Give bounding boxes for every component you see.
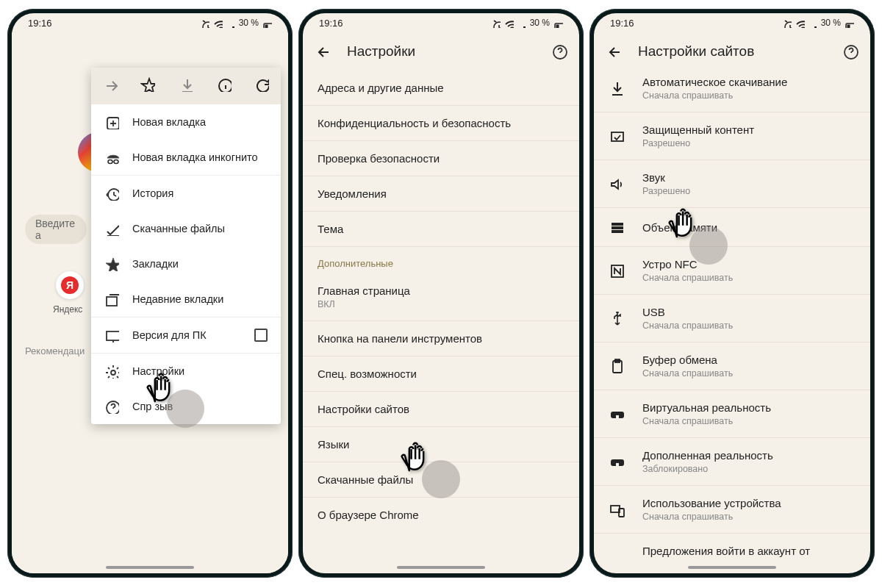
help-button[interactable] xyxy=(551,43,567,60)
signal-icon xyxy=(517,18,527,28)
refresh-button[interactable] xyxy=(252,77,271,95)
storage-icon xyxy=(609,219,625,235)
status-bar: 19:16 30 % xyxy=(303,13,579,32)
download-button[interactable] xyxy=(176,77,196,95)
list-item-title: Автоматическое скачивание xyxy=(642,76,856,88)
list-item-title: Использование устройства xyxy=(642,497,856,509)
clipboard-icon xyxy=(609,358,625,374)
cursor-hand-icon xyxy=(400,441,431,476)
usb-icon xyxy=(609,310,625,326)
list-item-title: Дополненная реальность xyxy=(642,449,856,462)
site-settings-item[interactable]: USBСначала спрашивать xyxy=(594,295,870,343)
nav-pill[interactable] xyxy=(688,566,776,569)
settings-item-languages[interactable]: Языки xyxy=(303,427,579,462)
battery-icon xyxy=(553,18,563,28)
clock: 19:16 xyxy=(610,18,634,29)
status-bar: 19:16 30 % xyxy=(594,13,870,32)
settings-item-notifications[interactable]: Уведомления xyxy=(303,176,579,212)
list-item-title: Устро NFC xyxy=(642,258,856,270)
menu-bookmarks[interactable]: Закладки xyxy=(91,246,281,282)
battery-pct: 30 % xyxy=(239,18,259,28)
site-settings-item[interactable]: Предложения войти в аккаунт от xyxy=(594,534,870,568)
help-button[interactable] xyxy=(842,43,858,60)
site-settings-item[interactable]: Объем памяти xyxy=(594,208,870,247)
desktop-site-checkbox[interactable] xyxy=(254,329,268,342)
list-item-subtitle: Сначала спрашивать xyxy=(642,416,856,426)
site-settings-item[interactable]: Автоматическое скачиваниеСначала спрашив… xyxy=(594,65,870,112)
list-item-title: Виртуальная реальность xyxy=(642,401,856,414)
settings-item-site-settings[interactable]: Настройки сайтов xyxy=(303,392,579,427)
site-settings-item[interactable]: Виртуальная реальностьСначала спрашивать xyxy=(594,390,870,438)
settings-item-accessibility[interactable]: Спец. возможности xyxy=(303,356,579,392)
settings-item-addresses[interactable]: Адреса и другие данные xyxy=(303,71,579,106)
phone-2: 19:16 30 % Настройки Адреса и другие дан… xyxy=(298,9,584,578)
list-item-title: USB xyxy=(642,306,856,318)
list-item-title: Защищенный контент xyxy=(642,123,856,136)
yandex-shortcut[interactable]: Я xyxy=(56,271,85,301)
cursor-hand-icon xyxy=(667,207,698,243)
battery-icon xyxy=(262,18,272,28)
cursor-hand-icon xyxy=(146,372,176,407)
alarm-icon xyxy=(781,18,792,28)
nav-pill[interactable] xyxy=(106,566,194,569)
menu-incognito[interactable]: Новая вкладка инкогнито xyxy=(91,140,281,175)
phone-1: 19:16 30 % Введите а Я Яндекс Рекомендац… xyxy=(7,9,293,578)
nav-pill[interactable] xyxy=(397,566,485,569)
clock: 19:16 xyxy=(319,18,343,29)
clock: 19:16 xyxy=(28,18,52,29)
overflow-menu: Новая вкладка Новая вкладка инкогнито Ис… xyxy=(91,68,281,424)
site-settings-item[interactable]: Буфер обменаСначала спрашивать xyxy=(594,343,870,390)
list-item-subtitle: Сначала спрашивать xyxy=(642,512,856,522)
vr-icon xyxy=(609,406,625,422)
site-settings-item[interactable]: Защищенный контентРазрешено xyxy=(594,112,870,160)
settings-item-toolbar-button[interactable]: Кнопка на панели инструментов xyxy=(303,321,579,356)
site-settings-item[interactable]: Устро NFCСначала спрашивать xyxy=(594,247,870,295)
recommendations-label: Рекомендаци xyxy=(25,345,85,356)
protected-icon xyxy=(609,128,625,144)
yandex-label: Яндекс xyxy=(53,304,82,315)
nfc-icon xyxy=(609,262,625,279)
search-input[interactable]: Введите а xyxy=(25,215,87,244)
list-item-subtitle: Сначала спрашивать xyxy=(642,368,856,379)
signal-icon xyxy=(808,18,818,28)
back-button[interactable] xyxy=(606,43,622,60)
battery-pct: 30 % xyxy=(530,18,550,28)
menu-downloads[interactable]: Скачанные файлы xyxy=(91,211,281,246)
site-settings-item[interactable]: ЗвукРазрешено xyxy=(594,160,870,208)
menu-settings[interactable]: Настройки xyxy=(91,353,281,389)
page-title: Настройки сайтов xyxy=(638,43,826,60)
section-advanced: Дополнительные xyxy=(303,247,579,273)
list-item-subtitle: Сначала спрашивать xyxy=(642,90,856,101)
settings-item-homepage[interactable]: Главная страницаВКЛ xyxy=(303,273,579,321)
list-item-title: Звук xyxy=(642,171,856,184)
back-button[interactable] xyxy=(315,43,331,60)
battery-icon xyxy=(844,18,854,28)
menu-new-tab[interactable]: Новая вкладка xyxy=(91,104,281,140)
settings-item-about[interactable]: О браузере Chrome xyxy=(303,498,579,532)
page-title: Настройки xyxy=(347,43,535,60)
signal-icon xyxy=(226,18,236,28)
info-button[interactable] xyxy=(215,77,234,95)
settings-item-safety[interactable]: Проверка безопасности xyxy=(303,141,579,176)
menu-recent-tabs[interactable]: Недавние вкладки xyxy=(91,282,281,317)
list-item-subtitle: Сначала спрашивать xyxy=(642,320,856,331)
phone-3: 19:16 30 % Настройки сайтов Автоматическ… xyxy=(589,9,875,578)
wifi-icon xyxy=(795,18,805,28)
list-item-subtitle: Разрешено xyxy=(642,186,856,196)
site-settings-item[interactable]: Дополненная реальностьЗаблокировано xyxy=(594,438,870,486)
menu-history[interactable]: История xyxy=(91,175,281,211)
settings-item-theme[interactable]: Тема xyxy=(303,212,579,247)
site-settings-item[interactable]: Использование устройстваСначала спрашива… xyxy=(594,486,870,534)
list-item-title: Буфер обмена xyxy=(642,354,856,366)
list-item-title: Предложения войти в аккаунт от xyxy=(642,545,856,557)
ar-icon xyxy=(609,453,625,470)
app-header: Настройки xyxy=(303,32,579,71)
menu-desktop-site[interactable]: Версия для ПК xyxy=(91,317,281,353)
list-item-subtitle: Разрешено xyxy=(642,138,856,148)
bookmark-star-button[interactable] xyxy=(138,77,157,95)
settings-item-privacy[interactable]: Конфиденциальность и безопасность xyxy=(303,106,579,141)
list-item-subtitle: Сначала спрашивать xyxy=(642,273,856,283)
device-icon xyxy=(609,501,625,517)
alarm-icon xyxy=(199,18,209,28)
forward-button[interactable] xyxy=(101,77,120,95)
